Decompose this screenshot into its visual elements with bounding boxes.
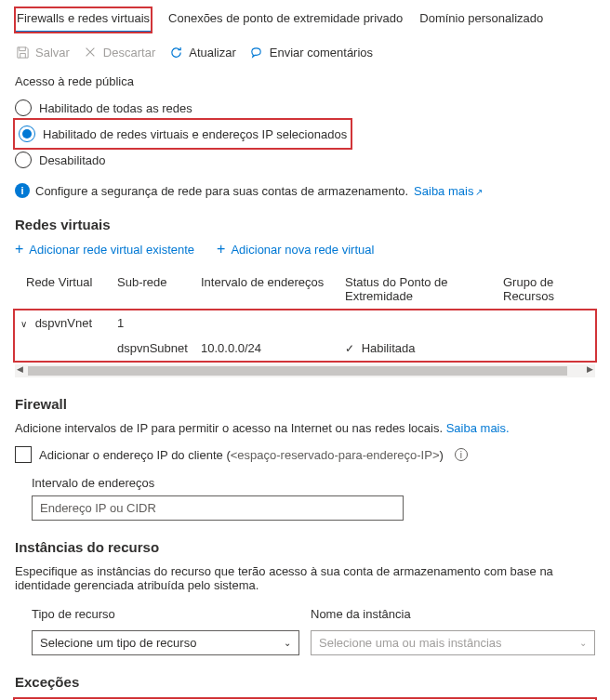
instance-name-dropdown[interactable]: Selecione uma ou mais instâncias ⌄	[311, 630, 595, 655]
client-ip-suffix: )	[439, 448, 443, 462]
feedback-label: Enviar comentários	[270, 46, 373, 59]
save-icon	[15, 45, 30, 59]
instance-name-label: Nome da instância	[311, 607, 595, 621]
tab-custom-domain[interactable]: Domínio personalizado	[419, 7, 543, 33]
resource-type-placeholder: Selecione um tipo de recurso	[40, 636, 196, 650]
vnet-parent-row[interactable]: ∨ dspvnVnet 1	[15, 310, 595, 336]
vnet-count: 1	[117, 316, 201, 330]
info-icon: i	[15, 183, 30, 198]
toolbar: Salvar Descartar Atualizar Enviar coment…	[15, 45, 595, 59]
discard-icon	[83, 45, 98, 59]
plus-icon: +	[217, 242, 225, 257]
save-button[interactable]: Salvar	[15, 45, 70, 59]
info-line: i Configure a segurança de rede para sua…	[15, 183, 595, 198]
radio-disabled-label: Desabilitado	[39, 153, 106, 167]
radio-circle-selected-icon	[19, 125, 35, 142]
checkbox-icon	[15, 446, 32, 463]
col-rg: Grupo de Recursos	[503, 275, 595, 303]
subnet-name: dspvnSubnet	[117, 341, 201, 355]
vnet-add-links: + Adicionar rede virtual existente + Adi…	[15, 242, 595, 257]
learn-more-link[interactable]: Saiba mais↗	[414, 184, 483, 198]
vnet-rows: ∨ dspvnVnet 1 dspvnSubnet 10.0.0.0/24 ✓ …	[15, 310, 595, 361]
save-label: Salvar	[35, 46, 70, 59]
radio-disabled[interactable]: Desabilitado	[15, 148, 595, 172]
plus-icon: +	[15, 242, 23, 257]
address-range-label: Intervalo de endereços	[32, 476, 595, 490]
radio-circle-icon	[15, 99, 32, 116]
scrollbar-thumb[interactable]	[28, 366, 567, 376]
firewall-learn-more-link[interactable]: Saiba mais.	[446, 421, 510, 435]
radio-all-label: Habilitado de todas as redes	[39, 101, 192, 115]
firewall-header: Firewall	[15, 396, 595, 412]
col-range: Intervalo de endereços	[201, 275, 345, 303]
feedback-button[interactable]: Enviar comentários	[249, 45, 373, 59]
resource-instances-header: Instâncias do recurso	[15, 539, 595, 555]
col-subnet: Sub-rede	[117, 275, 201, 303]
vnet-name: dspvnVnet	[35, 316, 92, 330]
chevron-down-icon: ⌄	[284, 638, 291, 648]
address-range-input[interactable]	[32, 495, 404, 521]
add-existing-label: Adicionar rede virtual existente	[29, 243, 194, 257]
vnet-table: Rede Virtual Sub-rede Intervalo de ender…	[15, 270, 595, 377]
radio-selected-networks[interactable]: Habilitado de redes virtuais e endereços…	[19, 122, 347, 146]
refresh-icon	[168, 45, 183, 59]
external-link-icon: ↗	[475, 187, 483, 197]
subnet-row[interactable]: dspvnSubnet 10.0.0.0/24 ✓ Habilitada	[15, 336, 595, 361]
resource-instances-desc: Especifique as instâncias do recurso que…	[15, 564, 595, 592]
add-existing-vnet-link[interactable]: + Adicionar rede virtual existente	[15, 242, 194, 257]
discard-button[interactable]: Descartar	[83, 45, 155, 59]
info-text: Configure a segurança de rede para suas …	[35, 184, 408, 198]
col-vnet: Rede Virtual	[15, 275, 117, 303]
horizontal-scrollbar[interactable]	[15, 364, 595, 377]
subnet-range: 10.0.0.0/24	[201, 341, 345, 355]
resource-dropdown-inputs: Selecione um tipo de recurso ⌄ Selecione…	[15, 630, 595, 655]
vnets-header: Redes virtuais	[15, 217, 595, 232]
learn-more-text: Saiba mais	[414, 184, 473, 198]
add-client-ip-label: Adicionar o endereço IP do cliente (<esp…	[39, 448, 444, 462]
radio-circle-icon	[15, 152, 32, 168]
chevron-down-icon: ∨	[20, 319, 30, 329]
tab-firewalls[interactable]: Firewalls e redes virtuais	[15, 7, 152, 33]
resource-type-label: Tipo de recurso	[32, 607, 299, 621]
client-ip-placeholder: <espaço-reservado-para-endereço-IP>	[231, 448, 440, 462]
firewall-desc-text: Adicione intervalos de IP para permitir …	[15, 421, 443, 435]
chevron-down-icon: ⌄	[579, 638, 587, 648]
resource-dropdown-row: Tipo de recurso Nome da instância	[15, 600, 595, 627]
tab-private-endpoint[interactable]: Conexões de ponto de extremidade privado	[168, 7, 403, 33]
add-new-vnet-link[interactable]: + Adicionar nova rede virtual	[217, 242, 374, 257]
public-access-label: Acesso à rede pública	[15, 74, 595, 88]
add-client-ip-checkbox-row[interactable]: Adicionar o endereço IP do cliente (<esp…	[15, 442, 595, 467]
vnet-table-header: Rede Virtual Sub-rede Intervalo de ender…	[15, 270, 595, 309]
instance-name-placeholder: Selecione uma ou mais instâncias	[319, 636, 502, 650]
tabs-bar: Firewalls e redes virtuais Conexões de p…	[15, 7, 595, 33]
exceptions-header: Exceções	[15, 674, 595, 690]
info-outline-icon[interactable]: i	[455, 448, 468, 461]
check-icon: ✓	[345, 342, 354, 355]
feedback-icon	[249, 45, 264, 59]
add-new-label: Adicionar nova rede virtual	[231, 243, 374, 257]
public-access-radio-group: Habilitado de todas as redes Habilitado …	[15, 96, 595, 172]
subnet-status: Habilitada	[362, 341, 416, 355]
refresh-label: Atualizar	[189, 46, 236, 59]
refresh-button[interactable]: Atualizar	[168, 45, 236, 59]
radio-all-networks[interactable]: Habilitado de todas as redes	[15, 96, 595, 120]
firewall-desc: Adicione intervalos de IP para permitir …	[15, 421, 595, 435]
resource-type-dropdown[interactable]: Selecione um tipo de recurso ⌄	[32, 630, 299, 655]
client-ip-prefix: Adicionar o endereço IP do cliente (	[39, 448, 231, 462]
radio-selected-label: Habilitado de redes virtuais e endereços…	[43, 127, 347, 141]
col-status: Status do Ponto de Extremidade	[345, 275, 503, 303]
discard-label: Descartar	[103, 46, 155, 59]
